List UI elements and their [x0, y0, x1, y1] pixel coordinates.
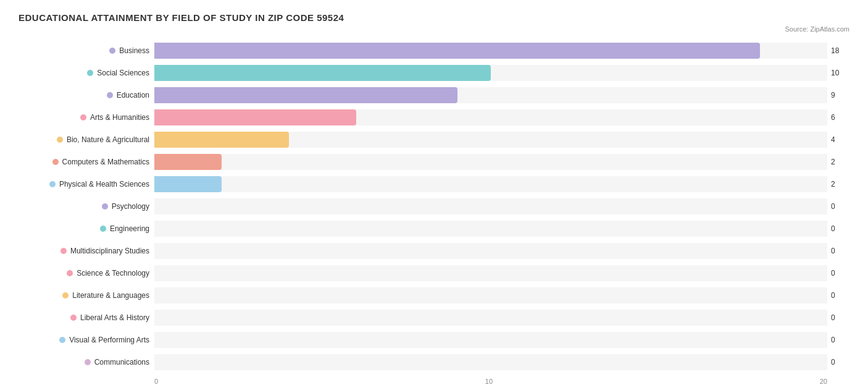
bar-row: Literature & Languages0	[19, 285, 849, 306]
bar-label-group: Liberal Arts & History	[19, 313, 154, 322]
bar-label-text: Social Sciences	[97, 69, 149, 77]
bar-label-text: Business	[119, 46, 149, 55]
bar-container	[154, 176, 827, 192]
bar-value-label: 4	[831, 135, 849, 144]
bar-dot	[85, 359, 91, 365]
bar-row: Visual & Performing Arts0	[19, 329, 849, 350]
bar-value-label: 0	[831, 358, 849, 367]
bar-container	[154, 287, 827, 303]
bar-label-text: Multidisciplinary Studies	[70, 247, 149, 255]
bar-label-group: Computers & Mathematics	[19, 158, 154, 166]
bar-label-text: Engineering	[110, 224, 149, 233]
source-line: Source: ZipAtlas.com	[19, 25, 849, 33]
bar-value-label: 0	[831, 313, 849, 322]
bar-label-group: Visual & Performing Arts	[19, 336, 154, 344]
bar-row: Business18	[19, 40, 849, 61]
bar-row: Physical & Health Sciences2	[19, 174, 849, 195]
bar-label-text: Computers & Mathematics	[62, 158, 149, 166]
bar-label-text: Psychology	[112, 202, 149, 211]
chart-area: Business18Social Sciences10Education9Art…	[19, 40, 849, 385]
bar-dot	[59, 337, 65, 343]
bar-container	[154, 109, 827, 125]
bar-label-text: Visual & Performing Arts	[69, 336, 149, 344]
bar-dot	[80, 114, 86, 121]
bar-container	[154, 43, 827, 59]
bar-dot	[52, 159, 59, 165]
bar-dot	[109, 48, 115, 54]
bar-dot	[70, 315, 77, 321]
bar-dot	[61, 248, 67, 254]
bar-container	[154, 310, 827, 326]
bar-label-text: Communications	[94, 358, 149, 367]
bar-label-group: Social Sciences	[19, 69, 154, 77]
x-axis-tick: 20	[820, 378, 827, 385]
bar-dot	[100, 226, 106, 232]
bar-value-label: 9	[831, 91, 849, 100]
bar-fill	[154, 154, 222, 170]
bar-container	[154, 65, 827, 81]
bar-row: Arts & Humanities6	[19, 107, 849, 128]
bar-dot	[102, 203, 108, 210]
bar-value-label: 0	[831, 224, 849, 233]
x-axis-tick: 0	[154, 378, 158, 385]
bar-row: Multidisciplinary Studies0	[19, 240, 849, 261]
bar-fill	[154, 65, 491, 81]
bar-dot	[107, 92, 113, 98]
bar-row: Liberal Arts & History0	[19, 307, 849, 328]
bar-value-label: 0	[831, 202, 849, 211]
bar-value-label: 6	[831, 113, 849, 122]
bar-container	[154, 243, 827, 259]
bar-dot	[67, 270, 73, 276]
bar-label-text: Arts & Humanities	[90, 113, 149, 122]
bar-value-label: 18	[831, 46, 849, 55]
bar-label-text: Liberal Arts & History	[80, 313, 149, 322]
bar-label-group: Education	[19, 91, 154, 100]
bar-value-label: 2	[831, 158, 849, 166]
bar-label-group: Literature & Languages	[19, 291, 154, 300]
bar-row: Communications0	[19, 352, 849, 373]
bar-label-text: Bio, Nature & Agricultural	[67, 135, 149, 144]
bar-label-text: Education	[117, 91, 149, 100]
bar-row: Bio, Nature & Agricultural4	[19, 129, 849, 150]
bar-value-label: 10	[831, 69, 849, 77]
bar-row: Computers & Mathematics2	[19, 151, 849, 172]
bar-label-group: Psychology	[19, 202, 154, 211]
bar-label-group: Engineering	[19, 224, 154, 233]
bar-value-label: 0	[831, 336, 849, 344]
bar-value-label: 0	[831, 269, 849, 278]
bar-row: Science & Technology0	[19, 263, 849, 284]
bar-label-text: Literature & Languages	[72, 291, 149, 300]
bar-label-group: Business	[19, 46, 154, 55]
bar-dot	[87, 70, 93, 76]
bar-fill	[154, 87, 457, 103]
bar-label-group: Bio, Nature & Agricultural	[19, 135, 154, 144]
bar-value-label: 2	[831, 180, 849, 189]
bar-label-text: Science & Technology	[77, 269, 149, 278]
bar-row: Psychology0	[19, 196, 849, 217]
bar-value-label: 0	[831, 291, 849, 300]
x-axis-tick: 10	[485, 378, 493, 385]
bar-fill	[154, 132, 289, 148]
bar-label-text: Physical & Health Sciences	[59, 180, 149, 189]
bar-container	[154, 198, 827, 214]
bar-row: Education9	[19, 85, 849, 106]
bar-container	[154, 154, 827, 170]
bar-container	[154, 221, 827, 237]
bar-dot	[49, 181, 56, 187]
bar-fill	[154, 109, 356, 125]
bar-label-group: Physical & Health Sciences	[19, 180, 154, 189]
bar-row: Engineering0	[19, 218, 849, 239]
bar-container	[154, 132, 827, 148]
bar-container	[154, 354, 827, 370]
chart-title: EDUCATIONAL ATTAINMENT BY FIELD OF STUDY…	[19, 12, 849, 23]
bar-fill	[154, 176, 222, 192]
bar-fill	[154, 43, 760, 59]
bar-label-group: Science & Technology	[19, 269, 154, 278]
bar-container	[154, 265, 827, 281]
bar-label-group: Communications	[19, 358, 154, 367]
bar-label-group: Multidisciplinary Studies	[19, 247, 154, 255]
bar-row: Social Sciences10	[19, 62, 849, 83]
bar-dot	[62, 292, 69, 299]
bar-value-label: 0	[831, 247, 849, 255]
bar-container	[154, 87, 827, 103]
